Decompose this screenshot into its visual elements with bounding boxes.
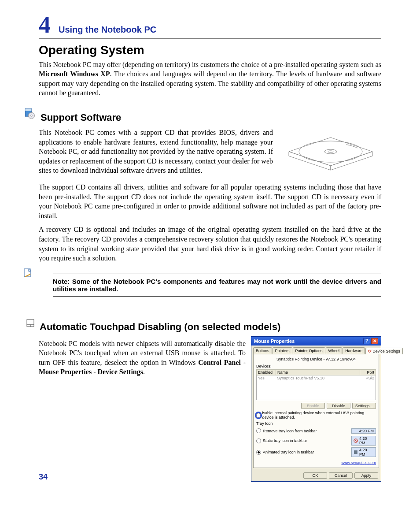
svg-marker-4 <box>289 137 372 166</box>
col-name: Name <box>276 369 360 375</box>
checkbox-label: isable internal pointing device when ext… <box>262 411 376 420</box>
svg-point-8 <box>324 149 337 154</box>
radio-icon[interactable] <box>256 450 261 455</box>
synaptics-animated-icon <box>354 450 358 454</box>
text-bold: Microsoft Windows XP <box>39 70 110 78</box>
svg-rect-12 <box>27 325 30 327</box>
svg-rect-11 <box>27 320 34 325</box>
tab-device-settings[interactable]: ⟳Device Settings <box>365 348 403 354</box>
disable-button[interactable]: Disable <box>327 403 350 409</box>
tray-preview-static: 4:20 PM <box>351 436 376 446</box>
settings-button[interactable]: Settings... <box>352 403 376 409</box>
close-button[interactable]: ✕ <box>371 338 378 344</box>
dialog-titlebar[interactable]: Mouse Properties ? ✕ <box>251 337 381 346</box>
mouse-properties-dialog: Mouse Properties ? ✕ Buttons Pointers Po… <box>251 336 381 482</box>
text: - <box>92 368 97 375</box>
radio-label: Remove tray icon from taskbar <box>263 429 317 433</box>
synaptics-static-icon <box>354 438 358 443</box>
support-paragraph-3: A recovery CD is optional and includes a… <box>39 225 381 263</box>
page-number: 34 <box>39 472 48 482</box>
support-paragraph-2: The support CD contains all drivers, uti… <box>39 182 381 220</box>
cell-name: Synaptics TouchPad V5.10 <box>276 375 360 381</box>
tray-preview-animated: 4:20 PM <box>351 447 376 457</box>
header-divider <box>39 38 381 39</box>
checkbox-icon[interactable] <box>256 413 261 418</box>
devices-label: Devices: <box>256 364 376 368</box>
section-title-os: Operating System <box>39 43 381 57</box>
devices-table[interactable]: Enabled Name Port Yes Synaptics TouchPad… <box>256 369 376 401</box>
cell-enabled: Yes <box>257 375 276 381</box>
ok-button[interactable]: OK <box>303 472 327 479</box>
radio-remove-tray[interactable]: Remove tray icon from taskbar <box>256 428 317 433</box>
svg-marker-6 <box>331 152 372 170</box>
tab-pointers[interactable]: Pointers <box>273 347 292 354</box>
section-title-support: Support Software <box>41 112 121 123</box>
help-button[interactable]: ? <box>363 338 370 344</box>
radio-animated-tray[interactable]: Animated tray icon in taskbar <box>256 450 314 455</box>
tab-wheel[interactable]: Wheel <box>326 347 343 354</box>
synaptics-link[interactable]: www.synaptics.com <box>341 461 376 465</box>
synaptics-icon: ⟳ <box>368 349 372 353</box>
col-enabled: Enabled <box>257 369 276 375</box>
note-icon <box>23 268 33 279</box>
cd-drive-illustration <box>280 125 381 178</box>
svg-rect-1 <box>25 108 31 111</box>
tab-strip: Buttons Pointers Pointer Options Wheel H… <box>251 346 381 354</box>
touchpad-icon <box>26 318 35 328</box>
table-row[interactable]: Yes Synaptics TouchPad V5.10 PS/2 <box>257 375 376 381</box>
apply-button[interactable]: Apply <box>354 472 378 479</box>
support-paragraph-1: This Notebook PC comes with a support CD… <box>39 128 273 175</box>
svg-rect-15 <box>354 450 357 454</box>
disable-internal-checkbox-row[interactable]: isable internal pointing device when ext… <box>256 411 376 420</box>
chapter-number: 4 <box>39 14 51 36</box>
radio-icon[interactable] <box>256 438 261 443</box>
chapter-title: Using the Notebook PC <box>59 25 156 35</box>
svg-point-9 <box>328 151 333 152</box>
section-title-touchpad: Automatic Touchpad Disabling (on selecte… <box>40 321 280 333</box>
enable-button[interactable]: Enable <box>301 403 325 409</box>
svg-point-3 <box>31 115 33 117</box>
tray-preview-remove: 4:20 PM <box>351 428 376 434</box>
time-label: 4:20 PM <box>359 448 374 457</box>
device-version: Synaptics Pointing Device - v7.12.9 19No… <box>256 357 376 361</box>
svg-rect-13 <box>30 325 34 327</box>
radio-static-tray[interactable]: Static tray icon in taskbar <box>256 438 307 443</box>
radio-label: Animated tray icon in taskbar <box>263 450 314 454</box>
text: This Notebook PC may offer (depending on… <box>39 61 381 68</box>
text-bold: Control Panel <box>198 359 241 366</box>
tray-icon-group-label: Tray Icon <box>256 421 376 426</box>
text-bold: Mouse Properties <box>39 368 92 375</box>
text: - <box>241 359 246 366</box>
cancel-button[interactable]: Cancel <box>329 472 353 479</box>
col-port: Port <box>360 369 376 375</box>
touchpad-paragraph: Notebook PC models with newer chipsets w… <box>39 339 246 377</box>
svg-point-7 <box>299 141 362 162</box>
text-bold: Device Settings <box>97 368 143 375</box>
tab-label: Device Settings <box>372 349 400 353</box>
dialog-title: Mouse Properties <box>254 338 295 344</box>
tab-panel: Synaptics Pointing Device - v7.12.9 19No… <box>253 354 379 468</box>
software-box-icon <box>23 107 36 120</box>
note-box: Note: Some of the Notebook PC's componen… <box>53 274 381 297</box>
time-label: 4:20 PM <box>359 436 374 445</box>
tab-buttons[interactable]: Buttons <box>253 347 272 354</box>
time-label: 4:20 PM <box>359 429 374 433</box>
tab-hardware[interactable]: Hardware <box>343 347 365 354</box>
cell-port: PS/2 <box>360 375 376 381</box>
svg-marker-5 <box>289 152 331 170</box>
radio-icon[interactable] <box>256 428 261 433</box>
tab-pointer-options[interactable]: Pointer Options <box>293 347 325 354</box>
os-paragraph: This Notebook PC may offer (depending on… <box>39 60 381 98</box>
radio-label: Static tray icon in taskbar <box>263 438 307 443</box>
text: . <box>143 368 145 375</box>
